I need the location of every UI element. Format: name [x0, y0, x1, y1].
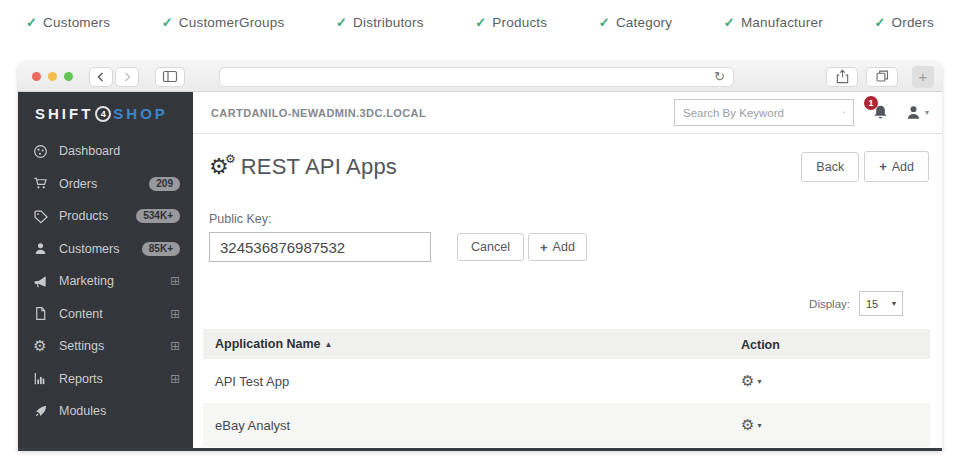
refresh-icon[interactable]: ↻: [714, 70, 725, 83]
sidebar-toggle-button[interactable]: [155, 67, 185, 87]
status-item-label: Category: [616, 15, 672, 30]
logo-text-shop: SHOP: [113, 105, 168, 122]
tab-overview-button[interactable]: [866, 67, 898, 87]
column-header-application-name[interactable]: Application Name ▲: [215, 337, 741, 351]
status-item-distributors: ✓Distributors: [336, 15, 424, 30]
tag-icon: [31, 209, 49, 224]
customers-count-badge: 85K+: [142, 242, 180, 256]
document-icon: [31, 306, 49, 321]
sidebar-item-orders[interactable]: Orders 209: [18, 168, 193, 201]
check-icon: ✓: [475, 15, 486, 30]
sidebar-item-reports[interactable]: Reports ⊞: [18, 363, 193, 396]
chevron-down-icon: ▾: [892, 299, 896, 308]
status-item-customergroups: ✓CustomerGroups: [162, 15, 285, 30]
display-selected-value: 15: [866, 298, 878, 310]
public-key-input[interactable]: [209, 232, 431, 262]
sidebar-item-content[interactable]: Content ⊞: [18, 298, 193, 331]
dashboard-icon: [31, 144, 49, 159]
api-apps-table: Application Name ▲ Action API Test App ⚙…: [203, 329, 930, 447]
sidebar-item-customers[interactable]: Customers 85K+: [18, 233, 193, 266]
minimize-window-button[interactable]: [48, 72, 57, 81]
chevron-right-icon: [121, 71, 133, 83]
expand-icon[interactable]: ⊞: [170, 372, 180, 386]
sidebar-item-settings[interactable]: ⚙ Settings ⊞: [18, 330, 193, 363]
check-icon: ✓: [874, 15, 885, 30]
sort-ascending-icon: ▲: [325, 340, 333, 349]
logo-text-shift: SHIFT: [35, 105, 93, 122]
back-button[interactable]: Back: [801, 152, 859, 182]
export-status-bar: ✓Customers ✓CustomerGroups ✓Distributors…: [0, 0, 960, 44]
chevron-left-icon: [95, 71, 107, 83]
app-name-cell: eBay Analyst: [215, 418, 741, 433]
gear-icon: ⚙: [741, 416, 754, 434]
orders-count-badge: 209: [149, 177, 180, 191]
display-count-select[interactable]: 15 ▾: [859, 291, 903, 316]
cart-icon: [31, 176, 49, 191]
sidebar-item-label: Orders: [59, 177, 97, 191]
sidebar-item-marketing[interactable]: Marketing ⊞: [18, 265, 193, 298]
expand-icon[interactable]: ⊞: [170, 307, 180, 321]
check-icon: ✓: [162, 15, 173, 30]
back-nav-button[interactable]: [89, 67, 113, 87]
status-item-label: Customers: [43, 15, 110, 30]
zoom-window-button[interactable]: [64, 72, 73, 81]
shift4shop-logo: SHIFT4SHOP: [18, 92, 193, 135]
status-item-category: ✓Category: [599, 15, 672, 30]
search-input[interactable]: [683, 107, 837, 119]
address-input[interactable]: [228, 71, 714, 83]
bar-chart-icon: [31, 371, 49, 386]
sidebar-item-label: Content: [59, 307, 103, 321]
status-item-label: Manufacturer: [741, 15, 823, 30]
form-add-button[interactable]: +Add: [528, 233, 587, 261]
gear-icon: ⚙: [31, 337, 49, 355]
row-actions-button[interactable]: ⚙ ▾: [741, 416, 761, 434]
status-item-orders: ✓Orders: [874, 15, 934, 30]
sidebar-item-label: Dashboard: [59, 144, 120, 158]
keyword-search[interactable]: [674, 99, 854, 126]
row-actions-button[interactable]: ⚙ ▾: [741, 372, 761, 390]
public-key-label: Public Key:: [209, 212, 272, 226]
plus-icon: +: [879, 159, 887, 174]
sidebar-item-dashboard[interactable]: Dashboard: [18, 135, 193, 168]
close-window-button[interactable]: [32, 72, 41, 81]
api-apps-icon: ⚙ ⚙: [209, 156, 229, 178]
chevron-down-icon: ▾: [757, 377, 761, 386]
sidebar-item-label: Settings: [59, 339, 104, 353]
sidebar-item-label: Marketing: [59, 274, 114, 288]
sidebar-item-products[interactable]: Products 534K+: [18, 200, 193, 233]
sidebar-item-label: Products: [59, 209, 108, 223]
rocket-icon: [31, 404, 49, 419]
notifications-button[interactable]: 1: [872, 104, 889, 121]
column-header-action: Action: [741, 335, 918, 353]
page-header: ⚙ ⚙ REST API Apps Back +Add: [193, 134, 942, 182]
sidebar-icon: [162, 70, 178, 83]
check-icon: ✓: [724, 15, 735, 30]
browser-window: ↻ + SHIFT4SHOP Dashboard Orders 209: [18, 62, 942, 451]
share-button[interactable]: [826, 67, 858, 87]
forward-nav-button[interactable]: [115, 67, 139, 87]
status-item-label: CustomerGroups: [179, 15, 285, 30]
products-count-badge: 534K+: [136, 209, 180, 223]
status-item-label: Products: [492, 15, 547, 30]
new-tab-button[interactable]: +: [912, 66, 934, 88]
expand-icon[interactable]: ⊞: [170, 274, 180, 288]
table-row: API Test App ⚙ ▾: [203, 359, 930, 403]
table-row: eBay Analyst ⚙ ▾: [203, 403, 930, 447]
status-item-products: ✓Products: [475, 15, 547, 30]
expand-icon[interactable]: ⊞: [170, 339, 180, 353]
admin-topbar: CARTDANILO-NEWADMIN.3DC.LOCAL 1 ▾: [193, 92, 942, 134]
user-menu-button[interactable]: ▾: [905, 104, 929, 121]
app-name-cell: API Test App: [215, 374, 741, 389]
window-controls[interactable]: [32, 72, 73, 81]
search-icon[interactable]: [843, 105, 845, 120]
sidebar-item-modules[interactable]: Modules: [18, 395, 193, 428]
address-bar[interactable]: ↻: [219, 67, 734, 87]
cancel-button[interactable]: Cancel: [457, 233, 524, 261]
check-icon: ✓: [336, 15, 347, 30]
store-domain: CARTDANILO-NEWADMIN.3DC.LOCAL: [211, 107, 426, 119]
status-item-customers: ✓Customers: [26, 15, 110, 30]
check-icon: ✓: [599, 15, 610, 30]
add-button[interactable]: +Add: [864, 151, 929, 182]
plus-icon: +: [540, 240, 548, 255]
table-header-row: Application Name ▲ Action: [203, 329, 930, 359]
